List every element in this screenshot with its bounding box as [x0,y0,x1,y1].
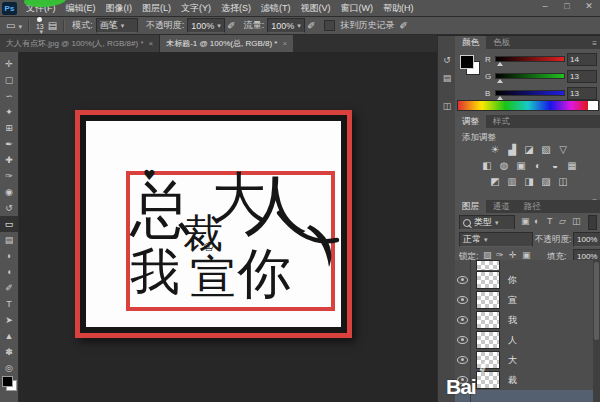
tool-brush[interactable]: ✑ [0,168,18,184]
layer-opacity-value[interactable]: 100% [573,232,600,247]
filter-toggle[interactable] [588,215,597,230]
lock-pixels-icon[interactable]: ✑ [496,250,504,260]
menu-layer[interactable]: 图层(L) [137,2,176,15]
menu-window[interactable]: 窗口(W) [336,2,379,15]
eye-icon[interactable] [457,276,468,284]
tool-zoom[interactable]: ◎ [0,360,18,376]
eraser-tool-preset-icon[interactable]: ▭ [6,20,22,31]
eye-icon[interactable] [457,316,468,324]
adj-hue-icon[interactable]: ◧ [480,159,494,171]
info-panel-icon[interactable]: ◫ [440,99,454,113]
tool-quick-selection[interactable]: ✦ [0,104,18,120]
menu-edit[interactable]: 编辑(E) [61,2,101,15]
channel-g-slider-thumb[interactable] [497,79,503,83]
tool-history-brush[interactable]: ↺ [0,200,18,216]
canvas-workspace[interactable]: ♥ 总 裁 大 人 我 ♔ 宣 你 [18,52,437,402]
document-tab-2[interactable]: 未标题-1 @ 100%(总, RGB/8) * × [160,35,293,52]
tab-close-icon[interactable]: × [282,39,287,48]
adj-channel-mixer-icon[interactable]: ◒ [548,159,562,171]
layer-row-xuan[interactable]: 宣 [455,290,593,311]
tool-crop[interactable]: ⊞ [0,120,18,136]
tab-swatches[interactable]: 色板 [486,36,517,49]
opacity-select[interactable]: 100% [187,18,225,33]
menu-type[interactable]: 文字(Y) [176,2,216,15]
minimize-button[interactable]: – [538,1,552,11]
scrollbar-thumb[interactable] [594,262,599,340]
menu-select[interactable]: 选择(S) [216,2,256,15]
channel-b-value[interactable]: 13 [567,87,597,100]
filter-group-layers-icon[interactable]: ▱ [559,216,566,226]
close-button[interactable]: ✕ [582,1,596,11]
menu-image[interactable]: 图像(I) [101,2,138,15]
channel-b-slider[interactable] [495,90,565,96]
tool-dodge[interactable]: ◖ [0,264,18,280]
tool-shape[interactable]: ▲ [0,328,18,344]
filter-pixel-layers-icon[interactable]: ▣ [521,216,530,226]
adj-curves-icon[interactable]: ◪ [522,143,536,155]
menu-help[interactable]: 帮助(H) [378,2,419,15]
tab-color[interactable]: 颜色 [455,36,486,49]
layer-thumbnail[interactable] [476,331,500,349]
eye-icon[interactable] [457,296,468,304]
filter-adjustment-layers-icon[interactable]: ◐ [534,216,539,226]
tab-channels[interactable]: 通道 [486,200,517,213]
tool-blur[interactable]: ◗ [0,248,18,264]
layer-row-wo[interactable]: 我 [455,310,593,331]
filter-type-select[interactable]: 类型 [459,215,515,230]
tab-adjustments[interactable]: 调整 [455,115,486,128]
tool-path-selection[interactable]: ➤ [0,312,18,328]
adj-selective-color-icon[interactable]: ◫ [556,175,570,187]
pressure-size-icon[interactable]: ✐ [400,20,408,31]
adj-gradient-map-icon[interactable]: ▨ [539,175,553,187]
tool-type[interactable]: T [0,296,18,312]
menu-view[interactable]: 视图(V) [296,2,336,15]
adj-vibrance-icon[interactable]: ▽ [556,143,570,155]
layer-row-ni[interactable]: 你 [455,270,593,291]
layer-thumbnail[interactable] [476,271,500,289]
restore-button[interactable]: □ [560,1,574,11]
layer-thumbnail[interactable] [476,291,500,309]
adj-threshold-icon[interactable]: ◨ [522,175,536,187]
erase-to-history-checkbox[interactable] [324,20,335,31]
lock-all-icon[interactable]: ▣ [522,250,531,260]
eye-icon[interactable] [457,356,468,364]
tool-eyedropper[interactable]: ✒ [0,136,18,152]
tab-styles[interactable]: 样式 [486,115,517,128]
tool-clone-stamp[interactable]: ◉ [0,184,18,200]
panel-menu-icon[interactable]: ≡ [592,39,597,48]
properties-panel-icon[interactable]: ▤ [440,71,454,85]
tool-move[interactable]: ✛ [0,56,18,72]
document-tab-1[interactable]: 大人有点坏.jpg @ 100%(人, RGB/8#) * × [0,35,160,52]
adj-levels-icon[interactable]: ▟ [505,143,519,155]
adj-color-lookup-icon[interactable]: ▦ [565,159,579,171]
mode-select[interactable]: 画笔 [96,18,138,33]
pressure-opacity-icon[interactable]: ✐ [227,20,235,31]
adj-exposure-icon[interactable]: ▧ [539,143,553,155]
filter-smart-object-icon[interactable]: ◫ [572,216,581,226]
adj-invert-icon[interactable]: ◩ [488,175,502,187]
adj-posterize-icon[interactable]: ▥ [505,175,519,187]
tool-rect-marquee[interactable]: ▢ [0,72,18,88]
color-spectrum-ramp[interactable] [457,100,599,111]
brush-preset-picker[interactable]: 13 [36,17,44,34]
channel-r-value[interactable]: 14 [567,53,597,66]
tool-gradient[interactable]: ▤ [0,232,18,248]
channel-r-slider[interactable] [495,56,565,62]
layers-scrollbar[interactable] [593,260,600,402]
adj-color-balance-icon[interactable]: ◍ [497,159,511,171]
tool-eraser[interactable]: ▭ [0,216,18,232]
adj-photo-filter-icon[interactable]: ◐ [531,159,545,171]
canvas-white-area[interactable]: ♥ 总 裁 大 人 我 ♔ 宣 你 [86,121,341,327]
blend-mode-select[interactable]: 正常 [459,232,533,247]
layer-thumbnail[interactable] [476,311,500,329]
adj-brightness-icon[interactable]: ☀ [488,143,502,155]
airbrush-icon[interactable]: ✐ [307,20,315,31]
document-canvas[interactable]: ♥ 总 裁 大 人 我 ♔ 宣 你 [75,110,352,338]
brush-panel-toggle-icon[interactable]: ▤ [48,20,57,31]
lock-transparency-icon[interactable]: ▨ [483,250,492,260]
tool-spot-healing[interactable]: ✚ [0,152,18,168]
tool-lasso[interactable]: ∽ [0,88,18,104]
tab-paths[interactable]: 路径 [517,200,548,213]
eye-icon[interactable] [457,336,468,344]
flow-select[interactable]: 100% [267,18,305,33]
